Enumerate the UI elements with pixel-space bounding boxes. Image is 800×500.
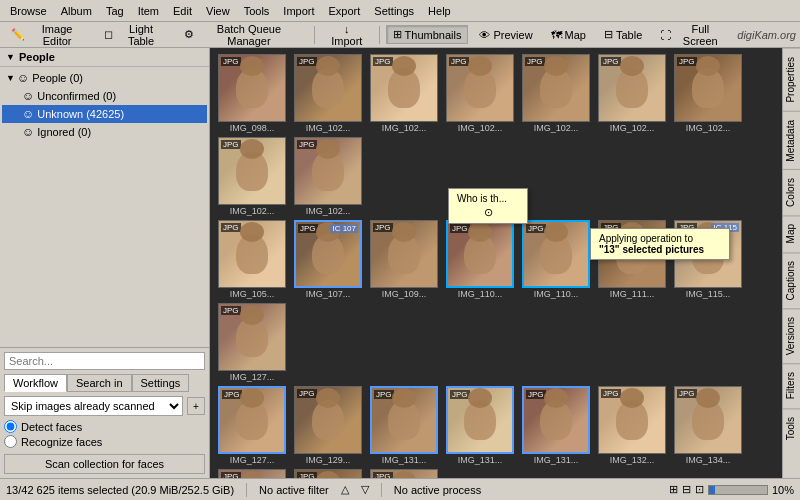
menu-browse[interactable]: Browse <box>4 3 53 19</box>
list-item[interactable]: JPG IMG_102... <box>444 54 516 133</box>
thumbnail-image[interactable]: JPG <box>370 469 438 478</box>
list-item[interactable]: JPG IMG_102... <box>368 54 440 133</box>
thumbnail-image-selected[interactable]: JPG <box>522 386 590 454</box>
menu-settings[interactable]: Settings <box>368 3 420 19</box>
zoom-slider[interactable] <box>708 485 768 495</box>
filter-down-arrow[interactable]: ▽ <box>361 483 369 496</box>
light-table-button[interactable]: ◻ Light Table <box>97 20 173 50</box>
scan-collection-button[interactable]: Scan collection for faces <box>4 454 205 474</box>
list-item[interactable]: JPG IMG_129... <box>292 386 364 465</box>
thumbnail-image-selected[interactable]: JPG IC 107 <box>294 220 362 288</box>
thumbnail-image[interactable]: JPG <box>370 54 438 122</box>
list-item[interactable]: JPG IMG_131... <box>520 386 592 465</box>
thumbnail-image[interactable]: JPG <box>294 386 362 454</box>
menu-import[interactable]: Import <box>277 3 320 19</box>
menu-help[interactable]: Help <box>422 3 457 19</box>
list-item[interactable]: JPG IMG_136... <box>368 469 440 478</box>
right-tab-tools[interactable]: Tools <box>783 408 801 448</box>
thumbnail-image[interactable]: JPG <box>522 54 590 122</box>
thumbnail-image[interactable]: JPG <box>294 54 362 122</box>
thumbnails-button[interactable]: ⊞ Thumbnails <box>386 25 469 44</box>
list-item[interactable]: JPG IMG_102... <box>216 137 288 216</box>
list-item[interactable]: JPG IMG_134... <box>672 386 744 465</box>
tab-settings[interactable]: Settings <box>132 374 190 392</box>
thumbnail-image[interactable]: JPG <box>598 54 666 122</box>
tab-workflow[interactable]: Workflow <box>4 374 67 392</box>
menu-export[interactable]: Export <box>323 3 367 19</box>
thumbnail-image[interactable]: JPG <box>218 220 286 288</box>
list-item[interactable]: JPG IMG_102... <box>672 54 744 133</box>
thumbnail-area[interactable]: JPG IMG_098... JPG IMG_102... JPG IMG_10… <box>210 48 782 478</box>
list-item[interactable]: JPG IMG_098... <box>216 54 288 133</box>
tree-item-unconfirmed[interactable]: ☺ Unconfirmed (0) <box>2 87 207 105</box>
right-tab-colors[interactable]: Colors <box>783 169 801 215</box>
dropdown-config-btn[interactable]: + <box>187 397 205 415</box>
menu-album[interactable]: Album <box>55 3 98 19</box>
zoom-icon-2[interactable]: ⊟ <box>682 483 691 496</box>
list-item[interactable]: JPG IMG_127... <box>216 386 288 465</box>
thumbnail-image[interactable]: JPG <box>218 469 286 478</box>
list-item[interactable]: JPG IMG_134... <box>216 469 288 478</box>
right-tab-captions[interactable]: Captions <box>783 252 801 308</box>
right-tab-properties[interactable]: Properties <box>783 48 801 111</box>
table-button[interactable]: ⊟ Table <box>597 25 649 44</box>
thumbnail-image[interactable]: JPG <box>218 137 286 205</box>
thumbnail-image[interactable]: JPG <box>218 303 286 371</box>
preview-button[interactable]: 👁 Preview <box>472 26 539 44</box>
map-button[interactable]: 🗺 Map <box>544 26 593 44</box>
tree-expand-people[interactable]: ▼ <box>6 73 15 83</box>
thumbnail-image[interactable]: JPG <box>674 386 742 454</box>
list-item[interactable]: JPG IMG_105... <box>216 220 288 299</box>
menu-edit[interactable]: Edit <box>167 3 198 19</box>
list-item[interactable]: JPG IMG_110... Applying operation to "13… <box>520 220 592 299</box>
tree-item-unknown[interactable]: ☺ Unknown (42625) <box>2 105 207 123</box>
thumbnail-image-selected[interactable]: JPG <box>446 220 514 288</box>
list-item[interactable]: JPG IMG_132... <box>596 386 668 465</box>
list-item[interactable]: JPG IMG_102... <box>520 54 592 133</box>
list-item[interactable]: JPG IMG_127... <box>216 303 288 382</box>
image-editor-button[interactable]: ✏️ Image Editor <box>4 20 93 50</box>
menu-tag[interactable]: Tag <box>100 3 130 19</box>
thumbnail-image[interactable]: JPG <box>446 54 514 122</box>
thumbnail-image[interactable]: JPG <box>674 54 742 122</box>
thumbnail-image[interactable]: JPG <box>294 469 362 478</box>
menu-tools[interactable]: Tools <box>238 3 276 19</box>
zoom-icon-3[interactable]: ⊡ <box>695 483 704 496</box>
scan-mode-select[interactable]: Skip images already scanned <box>4 396 183 416</box>
tab-search-in[interactable]: Search in <box>67 374 131 392</box>
batch-queue-button[interactable]: ⚙ Batch Queue Manager <box>177 20 308 50</box>
tree-item-ignored[interactable]: ☺ Ignored (0) <box>2 123 207 141</box>
thumbnail-image[interactable]: JPG <box>218 54 286 122</box>
zoom-icon-1[interactable]: ⊞ <box>669 483 678 496</box>
right-tab-filters[interactable]: Filters <box>783 363 801 407</box>
thumbnail-image-selected[interactable]: JPG <box>370 386 438 454</box>
list-item[interactable]: JPG IC 107 IMG_107... <box>292 220 364 299</box>
detect-faces-radio[interactable] <box>4 420 17 433</box>
recognize-faces-radio[interactable] <box>4 435 17 448</box>
right-tab-versions[interactable]: Versions <box>783 308 801 363</box>
search-input[interactable] <box>4 352 205 370</box>
list-item[interactable]: JPG IMG_131... <box>444 386 516 465</box>
thumbnail-image-selected[interactable]: JPG <box>218 386 286 454</box>
thumbnail-image[interactable]: JPG <box>598 386 666 454</box>
list-item[interactable]: JPG IMG_102... <box>292 137 364 216</box>
thumbnail-image[interactable]: JPG <box>294 137 362 205</box>
list-item[interactable]: JPG IMG_131... <box>368 386 440 465</box>
thumbnail-image[interactable]: JPG <box>370 220 438 288</box>
list-item[interactable]: JPG IMG_102... <box>596 54 668 133</box>
list-item[interactable]: JPG IMG_110... Who is th... ⊙ <box>444 220 516 299</box>
menu-item[interactable]: Item <box>132 3 165 19</box>
thumbnail-image-selected[interactable]: JPG <box>446 386 514 454</box>
thumbnail-label: IMG_098... <box>217 123 287 133</box>
fullscreen-button[interactable]: ⛶ Full Screen <box>653 20 733 50</box>
import-button[interactable]: ↓ Import <box>321 20 373 50</box>
right-tab-map[interactable]: Map <box>783 215 801 251</box>
thumbnail-image-selected[interactable]: JPG <box>522 220 590 288</box>
list-item[interactable]: JPG IMG_102... <box>292 54 364 133</box>
list-item[interactable]: JPG IMG_109... <box>368 220 440 299</box>
filter-up-arrow[interactable]: △ <box>341 483 349 496</box>
right-tab-metadata[interactable]: Metadata <box>783 111 801 170</box>
menu-view[interactable]: View <box>200 3 236 19</box>
tree-item-people[interactable]: ▼ ☺ People (0) <box>2 69 207 87</box>
list-item[interactable]: JPG IMG_135... <box>292 469 364 478</box>
